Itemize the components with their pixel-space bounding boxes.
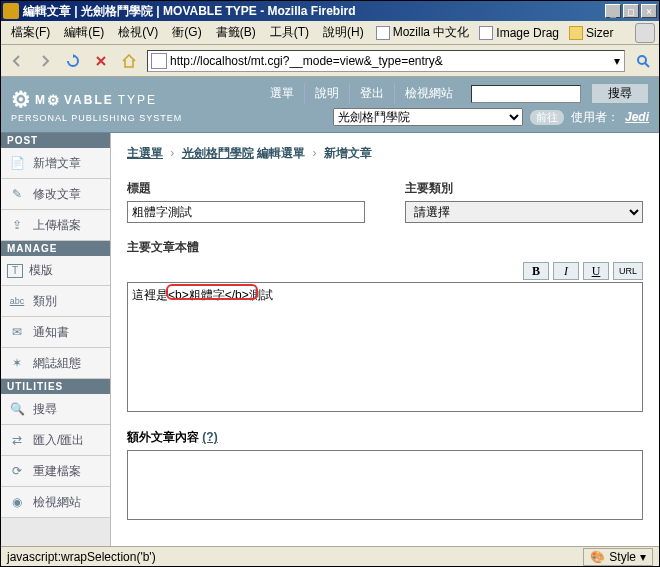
- viewsite-icon: ◉: [7, 493, 27, 511]
- search-button[interactable]: [631, 49, 655, 73]
- new-entry-icon: 📄: [7, 154, 27, 172]
- mail-icon: ✉: [7, 323, 27, 341]
- menu-bookmarks[interactable]: 書籤(B): [210, 22, 262, 43]
- sidebar-item-rebuild[interactable]: ⟳重建檔案: [1, 456, 110, 487]
- sidebar-header-manage: MANAGE: [1, 241, 110, 256]
- style-switcher[interactable]: 🎨Style ▾: [583, 548, 653, 566]
- breadcrumb: 主選單 › 光劍格鬥學院 編輯選單 › 新增文章: [127, 145, 643, 162]
- minimize-button[interactable]: _: [605, 4, 621, 18]
- page-icon: [376, 26, 390, 40]
- title-label: 標題: [127, 180, 365, 197]
- window-title: 編輯文章 | 光劍格鬥學院 | MOVABLE TYPE - Mozilla F…: [23, 3, 605, 20]
- edit-entry-icon: ✎: [7, 185, 27, 203]
- menu-edit[interactable]: 編輯(E): [58, 22, 110, 43]
- user-label: 使用者：: [571, 109, 619, 126]
- app-icon: [3, 3, 19, 19]
- home-button[interactable]: [117, 49, 141, 73]
- body-label: 主要文章本體: [127, 239, 643, 256]
- breadcrumb-edit: 編輯選單: [257, 146, 305, 160]
- menu-go[interactable]: 衝(G): [166, 22, 207, 43]
- bookmark-mozilla[interactable]: Mozilla 中文化: [372, 22, 474, 43]
- template-icon: T: [7, 264, 23, 278]
- maximize-button[interactable]: □: [623, 4, 639, 18]
- blog-select[interactable]: 光劍格鬥學院: [333, 108, 523, 126]
- sidebar-item-edit-entry[interactable]: ✎修改文章: [1, 179, 110, 210]
- mt-logo: ⚙M⚙VABLETYPE PERSONAL PUBLISHING SYSTEM: [11, 87, 182, 123]
- body-textarea[interactable]: 這裡是<b>粗體字</b>測試: [127, 282, 643, 412]
- sidebar-item-notifications[interactable]: ✉通知書: [1, 317, 110, 348]
- url-input[interactable]: [170, 54, 610, 68]
- sidebar-item-import-export[interactable]: ⇄匯入/匯出: [1, 425, 110, 456]
- nav-viewsite[interactable]: 檢視網站: [394, 83, 463, 104]
- bookmark-sizer[interactable]: Sizer: [565, 24, 617, 42]
- breadcrumb-main[interactable]: 主選單: [127, 146, 163, 160]
- format-underline-button[interactable]: U: [583, 262, 609, 280]
- sidebar-item-config[interactable]: ✶網誌組態: [1, 348, 110, 379]
- upload-icon: ⇪: [7, 216, 27, 234]
- category-icon: abc: [7, 292, 27, 310]
- sidebar-item-templates[interactable]: T模版: [1, 256, 110, 286]
- svg-point-0: [638, 56, 646, 64]
- url-dropdown[interactable]: ▾: [610, 54, 624, 68]
- back-button[interactable]: [5, 49, 29, 73]
- nav-help[interactable]: 說明: [304, 83, 349, 104]
- config-icon: ✶: [7, 354, 27, 372]
- reload-button[interactable]: [61, 49, 85, 73]
- sidebar-item-categories[interactable]: abc類別: [1, 286, 110, 317]
- page-icon: [151, 53, 167, 69]
- site-search-button[interactable]: 搜尋: [591, 83, 649, 104]
- title-input[interactable]: [127, 201, 365, 223]
- nav-menu[interactable]: 選單: [260, 83, 304, 104]
- category-label: 主要類別: [405, 180, 643, 197]
- close-button[interactable]: ×: [641, 4, 657, 18]
- bookmark-imagedrag[interactable]: Image Drag: [475, 24, 563, 42]
- breadcrumb-current: 新增文章: [324, 146, 372, 160]
- sidebar-item-viewsite[interactable]: ◉檢視網站: [1, 487, 110, 518]
- status-text: javascript:wrapSelection('b'): [7, 550, 156, 564]
- menu-help[interactable]: 說明(H): [317, 22, 370, 43]
- extended-label: 額外文章內容: [127, 430, 199, 444]
- breadcrumb-blog[interactable]: 光劍格鬥學院: [182, 146, 254, 160]
- go-button[interactable]: 前往: [529, 109, 565, 126]
- sidebar-header-utilities: UTILITIES: [1, 379, 110, 394]
- extended-help-link[interactable]: (?): [202, 430, 217, 444]
- rebuild-icon: ⟳: [7, 462, 27, 480]
- import-export-icon: ⇄: [7, 431, 27, 449]
- sidebar-header-post: POST: [1, 133, 110, 148]
- menu-tools[interactable]: 工具(T): [264, 22, 315, 43]
- sidebar-item-search[interactable]: 🔍搜尋: [1, 394, 110, 425]
- user-link[interactable]: Jedi: [625, 110, 649, 124]
- folder-icon: [569, 26, 583, 40]
- throbber-icon: [635, 23, 655, 43]
- nav-logout[interactable]: 登出: [349, 83, 394, 104]
- forward-button[interactable]: [33, 49, 57, 73]
- format-url-button[interactable]: URL: [613, 262, 643, 280]
- page-icon: [479, 26, 493, 40]
- url-bar[interactable]: ▾: [147, 50, 625, 72]
- palette-icon: 🎨: [590, 550, 605, 564]
- sidebar-item-upload[interactable]: ⇪上傳檔案: [1, 210, 110, 241]
- format-italic-button[interactable]: I: [553, 262, 579, 280]
- search-icon: 🔍: [7, 400, 27, 418]
- menu-view[interactable]: 檢視(V): [112, 22, 164, 43]
- category-select[interactable]: 請選擇: [405, 201, 643, 223]
- format-bold-button[interactable]: B: [523, 262, 549, 280]
- menu-file[interactable]: 檔案(F): [5, 22, 56, 43]
- sidebar-item-new-entry[interactable]: 📄新增文章: [1, 148, 110, 179]
- site-search-input[interactable]: [471, 85, 581, 103]
- extended-textarea[interactable]: [127, 450, 643, 520]
- stop-button[interactable]: [89, 49, 113, 73]
